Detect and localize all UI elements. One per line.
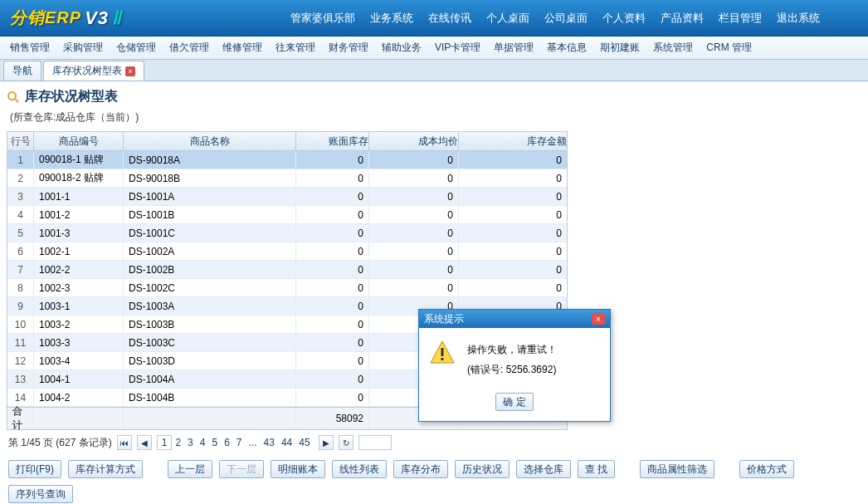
pager-page[interactable]: 1 <box>157 435 173 450</box>
pager-page[interactable]: 44 <box>278 437 295 448</box>
close-icon[interactable]: × <box>592 313 605 325</box>
top-nav: 管家婆俱乐部业务系统在线传讯个人桌面公司桌面个人资料产品资料栏目管理退出系统 <box>290 11 820 26</box>
pager-page[interactable]: 4 <box>197 437 209 448</box>
ledger-button[interactable]: 明细账本 <box>271 460 325 478</box>
pager-page[interactable]: 6 <box>221 437 233 448</box>
svg-rect-4 <box>441 358 444 360</box>
menu-item[interactable]: 期初建账 <box>600 41 640 55</box>
menu-item[interactable]: 基本信息 <box>547 41 587 55</box>
search-icon <box>7 91 20 104</box>
menu-item[interactable]: VIP卡管理 <box>435 41 480 55</box>
serial-query-button[interactable]: 序列号查询 <box>8 485 73 503</box>
pager-goto-input[interactable] <box>358 435 392 450</box>
cell: 1004-2 <box>34 389 124 406</box>
menu-item[interactable]: 借欠管理 <box>169 41 209 55</box>
linear-list-button[interactable]: 线性列表 <box>332 460 387 478</box>
cell: 0 <box>296 224 369 242</box>
topnav-item[interactable]: 退出系统 <box>777 11 820 26</box>
table-row[interactable]: 61002-1DS-1002A000 <box>7 242 567 261</box>
cell: 1001-2 <box>34 206 124 223</box>
menu-item[interactable]: CRM 管理 <box>706 41 752 55</box>
table-row[interactable]: 81002-3DS-1002C000 <box>7 279 567 297</box>
cell: 1 <box>7 151 34 169</box>
menu-item[interactable]: 辅助业务 <box>382 41 422 55</box>
menu-item[interactable]: 仓储管理 <box>116 41 156 55</box>
pager-refresh[interactable]: ↻ <box>339 435 354 450</box>
tab-nav[interactable]: 导航 <box>3 61 41 81</box>
col-amount[interactable]: 库存金额 <box>459 132 567 150</box>
topnav-item[interactable]: 在线传讯 <box>428 11 471 26</box>
close-icon[interactable]: × <box>125 66 135 76</box>
topnav-item[interactable]: 栏目管理 <box>719 11 762 26</box>
topnav-item[interactable]: 管家婆俱乐部 <box>290 11 355 26</box>
cell: 3 <box>7 188 34 205</box>
cell: 0 <box>369 224 459 242</box>
logo-ii: Ⅱ <box>112 7 122 29</box>
col-qty[interactable]: 账面库存 <box>296 132 369 150</box>
pager-first[interactable]: ⏮ <box>117 435 132 450</box>
pager-page[interactable]: 45 <box>295 437 313 448</box>
menu-item[interactable]: 维修管理 <box>222 41 262 55</box>
col-code[interactable]: 商品编号 <box>34 132 124 150</box>
history-button[interactable]: 历史状况 <box>455 460 510 478</box>
grid-header: 行号 商品编号 商品名称 账面库存 成本均价 库存金额 <box>7 132 567 151</box>
table-row[interactable]: 71002-2DS-1002B000 <box>7 261 567 279</box>
calc-method-button[interactable]: 库存计算方式 <box>68 460 143 478</box>
col-name[interactable]: 商品名称 <box>124 132 296 150</box>
cell: 8 <box>7 279 34 296</box>
cell: 0 <box>369 279 459 296</box>
table-row[interactable]: 1090018-1 贴牌DS-90018A000 <box>7 151 567 169</box>
menu-item[interactable]: 系统管理 <box>653 41 693 55</box>
table-row[interactable]: 31001-1DS-1001A000 <box>7 188 567 206</box>
cell: 0 <box>296 389 369 406</box>
menu-item[interactable]: 往来管理 <box>276 41 315 55</box>
app-header: 分销ERP V3 Ⅱ 管家婆俱乐部业务系统在线传讯个人桌面公司桌面个人资料产品资… <box>0 0 868 37</box>
table-row[interactable]: 41001-2DS-1001B000 <box>7 206 567 224</box>
pager-page[interactable]: 7 <box>233 437 246 448</box>
cell: 10 <box>7 316 34 333</box>
pager-page[interactable]: 2 <box>172 437 184 448</box>
select-warehouse-button[interactable]: 选择仓库 <box>516 460 571 478</box>
cell: DS-1004B <box>124 389 296 406</box>
cell: 0 <box>296 279 369 296</box>
attr-filter-button[interactable]: 商品属性筛选 <box>640 460 714 478</box>
topnav-item[interactable]: 个人桌面 <box>486 11 529 26</box>
tab-stock-tree[interactable]: 库存状况树型表 × <box>43 61 144 81</box>
distribution-button[interactable]: 库存分布 <box>393 460 448 478</box>
pager-page[interactable]: 5 <box>208 437 221 448</box>
table-row[interactable]: 51001-3DS-1001C000 <box>7 224 567 242</box>
menu-item[interactable]: 单据管理 <box>494 41 534 55</box>
menu-item[interactable]: 财务管理 <box>329 41 368 55</box>
pager-prev[interactable]: ◀ <box>137 435 152 450</box>
col-price[interactable]: 成本均价 <box>369 132 459 150</box>
cell: 9 <box>7 297 34 315</box>
up-level-button[interactable]: 上一层 <box>168 460 212 478</box>
topnav-item[interactable]: 业务系统 <box>370 11 413 26</box>
ok-button[interactable]: 确 定 <box>495 393 533 411</box>
cell: 1002-3 <box>34 279 124 296</box>
topnav-item[interactable]: 公司桌面 <box>544 11 588 26</box>
footer-total: 58092 <box>296 408 369 429</box>
find-button[interactable]: 查 找 <box>578 460 615 478</box>
pager-page[interactable]: 43 <box>261 437 278 448</box>
footer-label: 合计 <box>7 408 34 429</box>
topnav-item[interactable]: 个人资料 <box>602 11 646 26</box>
menu-item[interactable]: 采购管理 <box>63 41 103 55</box>
cell: 090018-1 贴牌 <box>34 151 124 169</box>
dialog-titlebar[interactable]: 系统提示 × <box>419 310 610 328</box>
col-rownum[interactable]: 行号 <box>7 132 34 150</box>
pager-page: ... <box>246 437 261 448</box>
table-row[interactable]: 2090018-2 贴牌DS-90018B000 <box>7 169 567 188</box>
menu-bar: 销售管理采购管理仓储管理借欠管理维修管理往来管理财务管理辅助业务VIP卡管理单据… <box>0 37 868 60</box>
topnav-item[interactable]: 产品资料 <box>661 11 704 26</box>
cell: 11 <box>7 334 34 351</box>
menu-item[interactable]: 销售管理 <box>10 41 50 55</box>
cell: 090018-2 贴牌 <box>34 169 124 187</box>
cell: 0 <box>459 151 567 169</box>
pager-next[interactable]: ▶ <box>319 435 334 450</box>
tab-label: 库存状况树型表 <box>52 64 122 78</box>
price-mode-button[interactable]: 价格方式 <box>739 460 794 478</box>
print-button[interactable]: 打印(F9) <box>8 460 61 478</box>
pager-page[interactable]: 3 <box>184 437 197 448</box>
warning-icon <box>429 340 456 366</box>
